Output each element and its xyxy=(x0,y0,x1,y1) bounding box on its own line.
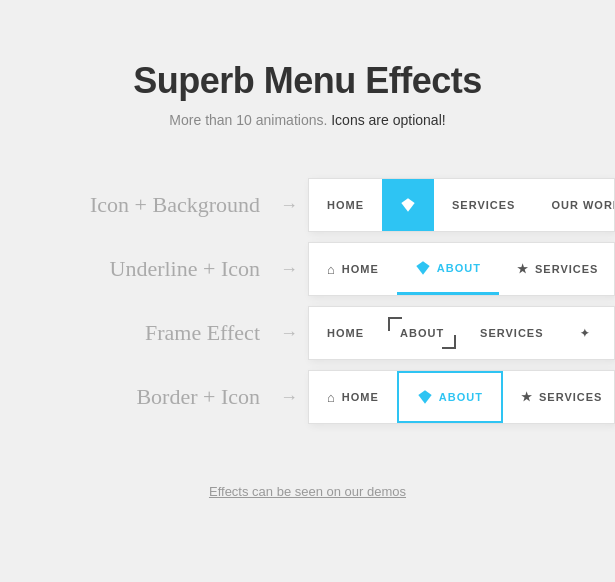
effect-row-4: Border + Icon → ⌂ HOME ABOUT ★ SERVICES xyxy=(0,370,615,424)
nav-item-about-4: ABOUT xyxy=(397,371,503,423)
effect-label-3: Frame Effect xyxy=(0,320,280,346)
nav-item-services-4: ★ SERVICES xyxy=(503,371,615,423)
nav-item-active-1 xyxy=(382,179,434,231)
nav-item-services-1: SERVICES xyxy=(434,179,533,231)
diamond-icon-4 xyxy=(417,389,433,405)
nav-item-services-2: ★ SERVICES xyxy=(499,243,615,295)
effect-label-4: Border + Icon xyxy=(0,384,280,410)
effect-row-3: Frame Effect → HOME ABOUT SERVICES ✦ xyxy=(0,306,615,360)
effect-label-1: Icon + Background xyxy=(0,192,280,218)
arrow-3: → xyxy=(280,323,298,344)
star-icon-4: ★ xyxy=(521,390,533,404)
arrow-1: → xyxy=(280,195,298,216)
home-icon-2: ⌂ xyxy=(327,262,336,277)
subtitle-text: More than 10 animations. xyxy=(169,112,331,128)
page-subtitle: More than 10 animations. Icons are optio… xyxy=(169,112,445,128)
nav-item-home-1: HOME xyxy=(309,179,382,231)
effect-row-1: Icon + Background → HOME SERVICES OUR WO… xyxy=(0,178,615,232)
nav-item-ourwork-1: OUR WORK xyxy=(533,179,615,231)
nav-mockup-2: ⌂ HOME ABOUT ★ SERVICES xyxy=(308,242,615,296)
nav-item-about-2: ABOUT xyxy=(397,243,499,295)
nav-item-home-2: ⌂ HOME xyxy=(309,243,397,295)
effect-row-2: Underline + Icon → ⌂ HOME ABOUT ★ SERVIC… xyxy=(0,242,615,296)
arrow-4: → xyxy=(280,387,298,408)
demos-link[interactable]: Effects can be seen on our demos xyxy=(209,484,406,499)
nav-item-extra-3: ✦ xyxy=(562,307,608,359)
effect-label-2: Underline + Icon xyxy=(0,256,280,282)
page-title: Superb Menu Effects xyxy=(133,60,482,102)
nav-item-services-3: SERVICES xyxy=(462,307,561,359)
star-icon-2: ★ xyxy=(517,262,529,276)
effects-list: Icon + Background → HOME SERVICES OUR WO… xyxy=(0,178,615,434)
home-icon-4: ⌂ xyxy=(327,390,336,405)
diamond-icon-2 xyxy=(415,260,431,276)
page-wrapper: Superb Menu Effects More than 10 animati… xyxy=(0,0,615,582)
nav-mockup-1: HOME SERVICES OUR WORK xyxy=(308,178,615,232)
subtitle-emphasis: Icons are optional! xyxy=(331,112,445,128)
nav-item-home-3: HOME xyxy=(309,307,382,359)
diamond-icon-1 xyxy=(400,197,416,213)
nav-item-about-3: ABOUT xyxy=(382,307,462,359)
nav-mockup-4: ⌂ HOME ABOUT ★ SERVICES xyxy=(308,370,615,424)
arrow-2: → xyxy=(280,259,298,280)
nav-mockup-3: HOME ABOUT SERVICES ✦ xyxy=(308,306,615,360)
nav-item-home-4: ⌂ HOME xyxy=(309,371,397,423)
